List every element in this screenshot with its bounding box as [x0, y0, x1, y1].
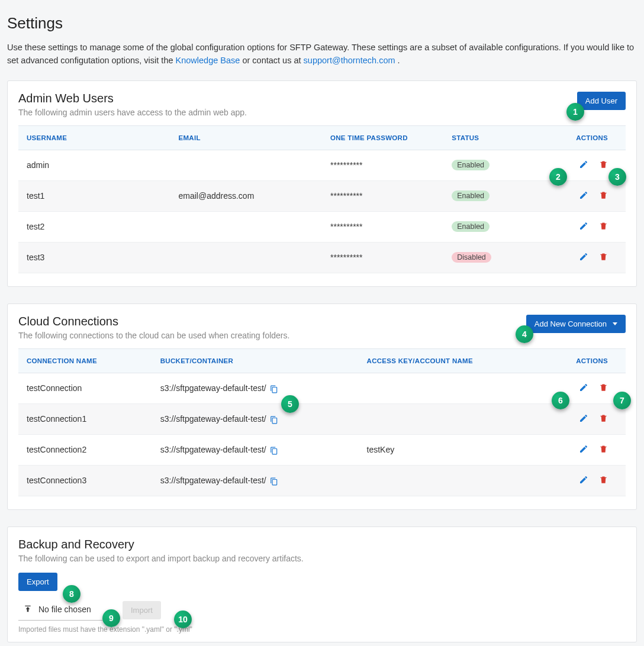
cell-conn-name: testConnection1	[18, 403, 152, 434]
table-row: testConnection3s3://sftpgateway-default-…	[18, 465, 626, 496]
delete-icon[interactable]	[599, 383, 608, 392]
cell-status: Enabled	[443, 211, 534, 242]
status-badge: Enabled	[452, 190, 490, 201]
edit-icon[interactable]	[579, 160, 588, 169]
cell-status: Enabled	[443, 180, 534, 211]
cell-otp: **********	[322, 180, 443, 211]
intro-end: .	[398, 56, 400, 65]
edit-icon[interactable]	[579, 383, 588, 392]
cell-otp: **********	[322, 150, 443, 180]
cloud-subtitle: The following connections to the cloud c…	[18, 331, 289, 340]
cloud-title: Cloud Connections	[18, 315, 289, 328]
cell-username: admin	[18, 150, 170, 180]
cell-username: test1	[18, 180, 170, 211]
th-status: STATUS	[443, 125, 534, 150]
cell-status: Disabled	[443, 242, 534, 273]
cell-email	[170, 211, 323, 242]
th-email: EMAIL	[170, 125, 323, 150]
cell-username: test3	[18, 242, 170, 273]
delete-icon[interactable]	[599, 414, 608, 423]
cell-conn-name: testConnection	[18, 373, 152, 403]
table-row: testConnection1s3://sftpgateway-default-…	[18, 403, 626, 434]
cell-bucket: s3://sftpgateway-default-test/	[152, 373, 359, 403]
page-title: Settings	[7, 14, 637, 33]
chevron-down-icon	[613, 322, 617, 325]
table-row: test2**********Enabled	[18, 211, 626, 242]
delete-icon[interactable]	[599, 444, 608, 454]
th-conn-name: CONNECTION NAME	[18, 348, 152, 373]
copy-icon[interactable]	[270, 416, 278, 424]
status-badge: Enabled	[452, 221, 490, 232]
delete-icon[interactable]	[599, 190, 608, 200]
cell-conn-name: testConnection3	[18, 465, 152, 496]
edit-icon[interactable]	[579, 252, 588, 261]
edit-icon[interactable]	[579, 444, 588, 454]
add-connection-label: Add New Connection	[534, 319, 607, 328]
status-badge: Enabled	[452, 160, 490, 170]
cell-otp: **********	[322, 242, 443, 273]
cell-otp: **********	[322, 211, 443, 242]
cloud-connections-card: Cloud Connections The following connecti…	[7, 303, 637, 510]
table-row: test1email@address.com**********Enabled	[18, 180, 626, 211]
file-chooser-label: No file chosen	[38, 605, 91, 614]
th-access-key: ACCESS KEY/ACCOUNT NAME	[359, 348, 541, 373]
cell-bucket: s3://sftpgateway-default-test/	[152, 434, 359, 465]
cell-email	[170, 242, 323, 273]
page-intro: Use these settings to manage some of the…	[7, 41, 637, 67]
delete-icon[interactable]	[599, 160, 608, 169]
cell-status: Enabled	[443, 150, 534, 180]
cloud-connections-table: CONNECTION NAME BUCKET/CONTAINER ACCESS …	[18, 348, 626, 496]
edit-icon[interactable]	[579, 475, 588, 484]
cell-access-key	[359, 373, 541, 403]
status-badge: Disabled	[452, 252, 491, 263]
import-hint: Imported files must have the extension "…	[18, 625, 626, 634]
copy-icon[interactable]	[270, 385, 278, 393]
intro-mid: or contact us at	[242, 56, 303, 65]
add-connection-button[interactable]: Add New Connection	[526, 315, 626, 333]
support-email-link[interactable]: support@thorntech.com	[304, 56, 395, 65]
th-bucket: BUCKET/CONTAINER	[152, 348, 359, 373]
delete-icon[interactable]	[599, 252, 608, 261]
export-button[interactable]: Export	[18, 573, 57, 591]
import-button[interactable]: Import	[123, 601, 161, 619]
admin-users-card: Admin Web Users The following admin user…	[7, 80, 637, 287]
admin-users-table: USERNAME EMAIL ONE TIME PASSWORD STATUS …	[18, 125, 626, 273]
edit-icon[interactable]	[579, 221, 588, 231]
cell-username: test2	[18, 211, 170, 242]
copy-icon[interactable]	[270, 477, 278, 486]
cell-conn-name: testConnection2	[18, 434, 152, 465]
th-actions: ACTIONS	[534, 125, 626, 150]
file-chooser[interactable]: No file chosen	[18, 600, 113, 621]
admin-users-title: Admin Web Users	[18, 92, 247, 105]
delete-icon[interactable]	[599, 221, 608, 231]
table-row: test3**********Disabled	[18, 242, 626, 273]
th-username: USERNAME	[18, 125, 170, 150]
knowledge-base-link[interactable]: Knowledge Base	[176, 56, 240, 65]
cell-access-key	[359, 403, 541, 434]
edit-icon[interactable]	[579, 414, 588, 423]
admin-users-subtitle: The following admin users have access to…	[18, 108, 247, 117]
add-user-button[interactable]: Add User	[577, 92, 626, 110]
table-row: admin**********Enabled	[18, 150, 626, 180]
th-conn-actions: ACTIONS	[540, 348, 626, 373]
table-row: testConnection2s3://sftpgateway-default-…	[18, 434, 626, 465]
delete-icon[interactable]	[599, 475, 608, 484]
copy-icon[interactable]	[270, 447, 278, 455]
table-row: testConnections3://sftpgateway-default-t…	[18, 373, 626, 403]
edit-icon[interactable]	[579, 190, 588, 200]
cell-access-key: testKey	[359, 434, 541, 465]
backup-subtitle: The following can be used to export and …	[18, 554, 626, 563]
cell-bucket: s3://sftpgateway-default-test/	[152, 465, 359, 496]
cell-email: email@address.com	[170, 180, 323, 211]
backup-title: Backup and Recovery	[18, 538, 626, 551]
upload-icon	[23, 604, 33, 615]
cell-access-key	[359, 465, 541, 496]
cell-bucket: s3://sftpgateway-default-test/	[152, 403, 359, 434]
th-otp: ONE TIME PASSWORD	[322, 125, 443, 150]
backup-card: Backup and Recovery The following can be…	[7, 527, 637, 642]
cell-email	[170, 150, 323, 180]
